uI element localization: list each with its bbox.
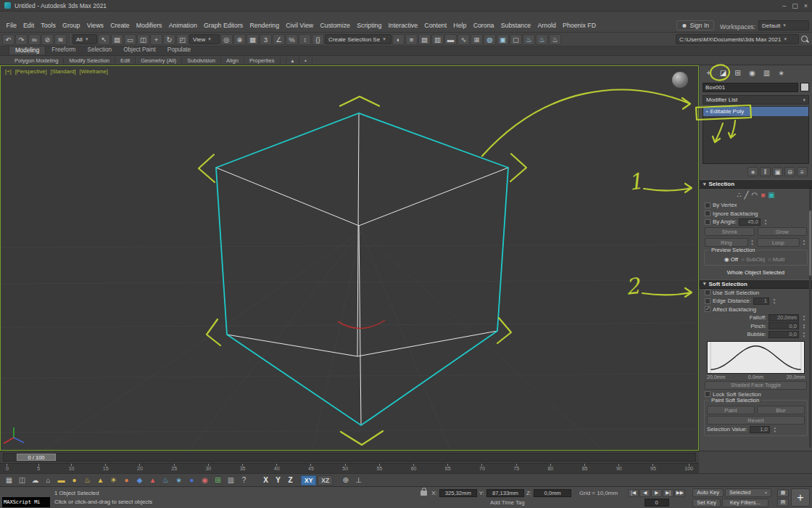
bind-to-space-warp-icon[interactable]: ≋ [54,34,67,45]
viewport-shading-menu[interactable]: [Wireframe] [80,68,108,75]
window-crossing-toggle-icon[interactable]: ◫ [137,34,149,45]
select-by-name-icon[interactable]: ▤ [111,34,123,45]
menu-item[interactable]: Create [107,20,133,30]
help-icon[interactable]: ? [239,475,249,486]
plane-xz-button[interactable]: XZ [318,475,333,486]
ribbon-tab[interactable]: Freeform [46,46,81,54]
menu-item[interactable]: Graph Editors [200,20,246,30]
viewport-canvas[interactable] [1,66,698,450]
edge-distance-spinner[interactable] [771,298,777,304]
axis-z-button[interactable]: Z [286,476,295,484]
edge-mode-icon[interactable]: ╱ [745,191,749,199]
hierarchy-tab-icon[interactable]: ⊞ [731,67,745,78]
search-icon[interactable] [800,34,810,44]
current-frame-field[interactable]: 0 [645,499,669,507]
auto-key-button[interactable]: Auto Key [692,488,724,497]
ribbon-group[interactable]: Geometry (All) [136,57,182,64]
menu-item[interactable]: Content [421,20,450,30]
vertex-mode-icon[interactable]: ∴ [737,191,741,199]
rendered-frame-window-icon[interactable]: ▢ [510,34,522,45]
maxscript-mini-listener[interactable]: MAXScript Mi [2,497,50,507]
ribbon-group[interactable]: Properties [244,57,281,64]
ribbon-tab[interactable]: Selection [81,46,117,54]
menu-item[interactable]: Customize [317,20,354,30]
border-mode-icon[interactable]: ◠ [752,191,758,199]
by-vertex-checkbox[interactable] [705,202,710,208]
menu-item[interactable]: Tools [38,20,59,30]
panel-scrollbar[interactable] [809,189,811,448]
edge-distance-field[interactable]: 1 [753,298,769,305]
isolate-toggle-icon[interactable]: ▦ [777,489,789,497]
keyboard-shortcut-override-icon[interactable]: ▦ [246,34,259,45]
pin-stack-icon[interactable]: ∗ [747,167,758,176]
menu-item[interactable]: Animation [165,20,200,30]
align-icon[interactable]: ≡ [405,34,418,45]
red-cone-icon[interactable]: ▲ [147,475,158,486]
named-selection-set-dropdown[interactable]: Create Selection Se [325,34,392,44]
track-bar[interactable]: 0510152025303540455055606570758085909510… [0,463,699,473]
cloud-icon[interactable]: ☁ [30,475,41,486]
menu-item[interactable]: Civil View [283,20,317,30]
object-color-swatch[interactable] [800,83,809,91]
target-icon[interactable]: ◉ [199,475,210,486]
motion-tab-icon[interactable]: ◉ [745,67,759,78]
minimize-button[interactable]: – [782,2,786,9]
pinch-field[interactable]: 0,0 [768,322,799,329]
ribbon-group[interactable]: Align [221,57,244,64]
ring-button[interactable]: Ring [705,238,748,247]
object-name-field[interactable]: Box001 [703,83,798,92]
toggle-scene-explorer-icon[interactable]: ▤ [418,34,431,45]
layout-icon[interactable]: ◫ [17,475,28,486]
blue-diamond-icon[interactable]: ◆ [134,475,145,486]
modifier-stack[interactable]: Editable Poly [703,106,809,164]
affect-backfacing-checkbox[interactable] [705,306,710,312]
selection-lock-toggle-icon[interactable]: ▤ [777,499,789,507]
menu-item[interactable]: Interactive [385,20,421,30]
ribbon-group[interactable]: Edit [115,57,136,64]
shrink-button[interactable]: Shrink [705,227,755,236]
key-mode-dropdown[interactable]: Selected [725,488,771,497]
menu-item[interactable]: Help [450,20,470,30]
preview-radio[interactable]: Multi [768,256,784,263]
curve-editor-icon[interactable]: ∿ [457,34,470,45]
selection-value-spinner[interactable] [772,426,778,433]
add-time-tag[interactable]: Add Time Tag [418,499,618,506]
orange-sphere-icon[interactable]: ● [121,475,132,486]
selection-filter-dropdown[interactable]: All [72,34,97,44]
ribbon-handle-icon[interactable]: ▪ [299,57,312,64]
show-end-result-icon[interactable]: ‖ [760,167,771,176]
plane-xy-button[interactable]: XY [301,475,316,486]
play-icon[interactable]: ▶ [651,489,662,497]
y-coord-field[interactable]: 87,133mm [486,489,524,497]
undo-icon[interactable]: ↶ [2,34,14,45]
render-production-icon[interactable]: ♨ [523,34,535,45]
unlink-selection-icon[interactable]: ⊘ [41,34,54,45]
ribbon-tab[interactable]: Object Paint [117,46,162,54]
navigation-sphere-icon[interactable] [672,72,688,88]
ribbon-group[interactable]: Polygon Modeling [9,57,64,64]
viewport-render-style-menu[interactable]: [Standard] [51,68,76,75]
select-and-move-icon[interactable]: + [150,34,162,45]
cone-primitive-icon[interactable]: ▲ [95,475,106,486]
selection-rollout-header[interactable]: Selection [700,179,812,189]
revert-button[interactable]: Revert [707,416,805,425]
soft-selection-rollout-header[interactable]: Soft Selection [700,279,812,289]
loop-spinner[interactable] [801,239,807,245]
element-mode-icon[interactable]: ▣ [768,191,774,199]
angle-snap-toggle-icon[interactable]: ∠ [273,34,285,45]
sphere-primitive-icon[interactable]: ● [69,475,80,486]
chart-icon[interactable]: ▥ [225,475,236,486]
menu-item[interactable]: Views [83,20,107,30]
ignore-backfacing-checkbox[interactable] [705,210,710,216]
ribbon-minimize-icon[interactable]: ▴ [286,57,300,64]
ribbon-group[interactable]: Subdivision [182,57,221,64]
menu-item[interactable]: Scripting [354,20,385,30]
viewport-general-menu[interactable]: [+] [5,68,12,75]
time-slider-handle[interactable]: 0 / 100 [17,454,56,461]
select-and-manipulate-icon[interactable]: ⊕ [233,34,246,45]
x-coord-field[interactable]: 325,32mm [439,489,477,497]
axis-constraint-icon[interactable]: ⊥ [353,475,364,486]
blue-sphere-icon[interactable]: ● [186,475,197,486]
stack-item-editable-poly[interactable]: Editable Poly [703,107,808,116]
select-and-rotate-icon[interactable]: ↻ [163,34,175,45]
